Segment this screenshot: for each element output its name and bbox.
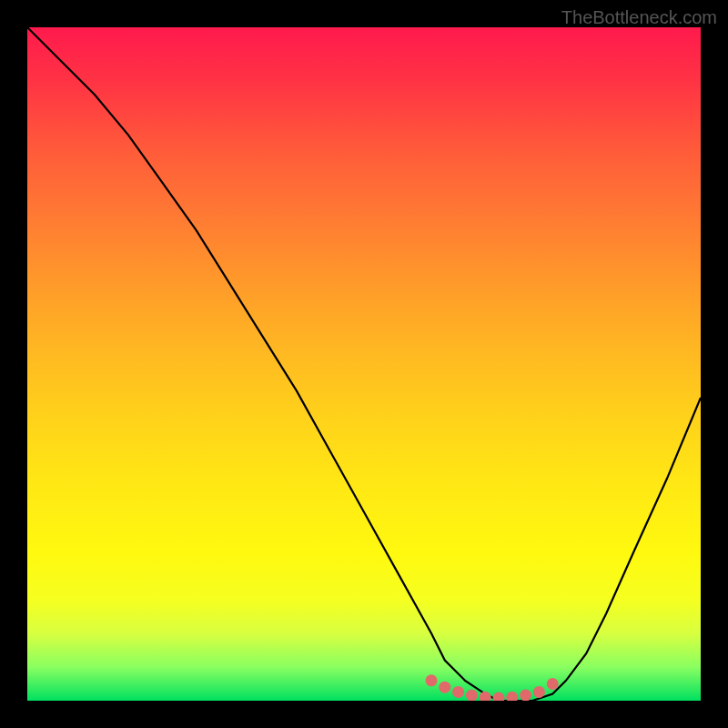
- chart-gradient-background: [27, 27, 701, 701]
- marker-dot: [493, 693, 505, 702]
- marker-dot: [452, 686, 464, 698]
- marker-dot: [426, 674, 438, 686]
- marker-dot: [466, 690, 478, 701]
- watermark-text: TheBottleneck.com: [561, 7, 717, 28]
- marker-dot: [520, 690, 531, 701]
- marker-dot: [506, 692, 518, 701]
- marker-dot: [547, 678, 559, 690]
- marker-dot: [480, 692, 491, 701]
- marker-dot: [439, 682, 450, 693]
- bottleneck-curve: [27, 27, 701, 701]
- marker-dot: [533, 686, 545, 698]
- optimal-range-markers: [27, 27, 701, 701]
